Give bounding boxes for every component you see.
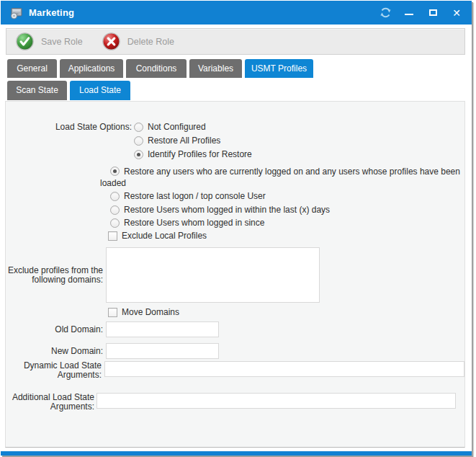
radio-icon[interactable] [110,192,120,201]
radio-label: Not Configured [148,122,206,132]
tab-load-state[interactable]: Load State [70,81,130,100]
radio-icon[interactable] [134,123,143,132]
load-state-panel: Load State Options: Not Configured Resto… [5,101,465,448]
app-icon [9,6,24,19]
toolbar: Save Role Delete Role [6,28,465,55]
checkbox-label: Exclude Local Profiles [122,231,207,241]
exclude-local-profiles-checkbox-row[interactable]: Exclude Local Profiles [108,231,207,241]
additional-load-state-arguments-input[interactable] [96,393,456,409]
exclude-domains-textarea[interactable] [106,247,320,303]
additional-args-label: Additional Load State Arguments: [7,393,94,412]
main-tab-bar: General Applications Conditions Variable… [7,59,313,78]
close-icon: ✕ [452,8,461,18]
exclude-domains-label: Exclude profiles from the following doma… [7,266,103,285]
minimize-button[interactable] [401,4,417,22]
window-title: Marketing [29,7,74,18]
maximize-icon [429,9,437,16]
dynamic-load-state-arguments-input[interactable] [104,361,464,377]
radio-restore-all-profiles[interactable]: Restore All Profiles [134,136,220,146]
titlebar[interactable]: Marketing ✕ [1,1,472,25]
new-domain-input[interactable] [106,343,219,359]
exclude-domains-label-line2: following domains: [7,275,103,285]
radio-label-line1: Restore any users who are currently logg… [124,167,460,177]
old-domain-input[interactable] [106,321,219,337]
radio-label: Restore Users whom logged in within the … [124,205,330,215]
tab-variables[interactable]: Variables [189,59,242,78]
radio-restore-last-x-days[interactable]: Restore Users whom logged in within the … [110,205,330,215]
tab-conditions[interactable]: Conditions [126,59,187,78]
checkbox-icon[interactable] [108,231,117,241]
radio-not-configured[interactable]: Not Configured [134,122,206,132]
minimize-icon [405,14,413,15]
save-role-button[interactable]: Save Role [15,32,83,51]
save-role-label: Save Role [41,37,83,47]
radio-icon-selected[interactable] [110,167,120,176]
radio-restore-logged-in-since[interactable]: Restore Users whom logged in since [110,218,264,228]
additional-args-label-line2: Arguments: [7,402,94,412]
delete-x-icon [102,32,121,51]
refresh-icon [380,6,392,19]
dynamic-args-label-line2: Arguments: [7,371,102,380]
delete-role-label: Delete Role [127,37,174,47]
radio-label: Restore All Profiles [148,136,220,146]
radio-icon-selected[interactable] [134,150,143,159]
radio-label: Restore last logon / top console User [124,191,266,201]
usmt-sub-tab-bar: Scan State Load State [7,81,130,100]
radio-label-line2: loaded [100,178,472,189]
screen: { "window": { "title": "Marketing", "col… [0,0,476,457]
close-button[interactable]: ✕ [449,4,464,22]
dynamic-args-label: Dynamic Load State Arguments: [7,361,102,380]
move-domains-checkbox-row[interactable]: Move Domains [108,307,179,317]
radio-label: Restore Users whom logged in since [124,218,264,228]
tab-general[interactable]: General [7,59,57,78]
radio-icon[interactable] [110,218,120,228]
radio-identify-profiles[interactable]: Identify Profiles for Restore [134,149,252,159]
radio-restore-logged-on-users[interactable]: Restore any users who are currently logg… [100,167,472,189]
checkbox-icon[interactable] [108,308,117,317]
delete-role-button[interactable]: Delete Role [102,32,174,51]
radio-restore-last-logon[interactable]: Restore last logon / top console User [110,191,266,201]
load-state-options-label: Load State Options: [43,123,132,132]
radio-icon[interactable] [134,136,143,146]
radio-label: Identify Profiles for Restore [148,149,252,159]
window-controls: ✕ [369,1,464,25]
old-domain-label: Old Domain: [7,321,103,337]
marketing-role-window: Marketing ✕ [1,1,472,456]
tab-applications[interactable]: Applications [60,59,123,78]
save-check-icon [15,32,35,51]
maximize-button[interactable] [425,4,441,22]
radio-icon[interactable] [110,205,120,215]
new-domain-label: New Domain: [7,343,103,359]
checkbox-label: Move Domains [122,307,179,317]
refresh-button[interactable] [377,4,393,22]
tab-scan-state[interactable]: Scan State [7,81,67,100]
tab-usmt-profiles[interactable]: USMT Profiles [245,59,313,78]
